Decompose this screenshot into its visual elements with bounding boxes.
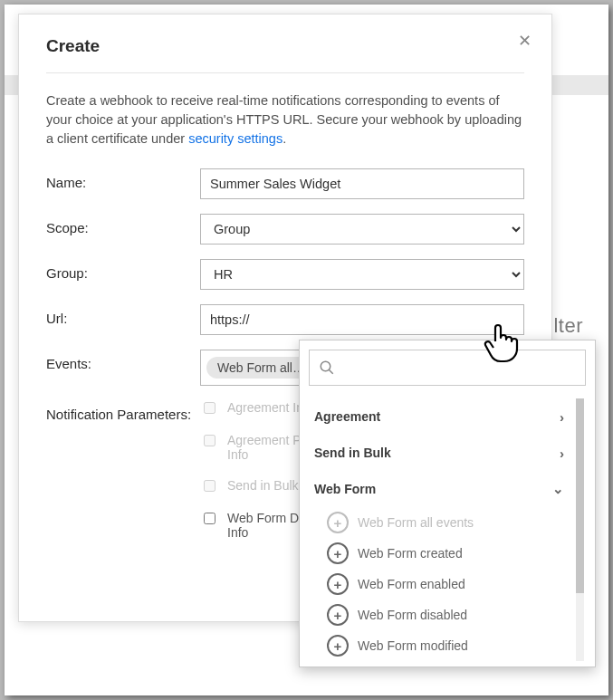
add-icon[interactable]: + xyxy=(327,542,349,564)
url-label: Url: xyxy=(46,304,200,326)
url-input[interactable] xyxy=(200,304,524,335)
event-web-form-modified[interactable]: +Web Form modified xyxy=(309,630,570,661)
events-dropdown: Agreement› Send in Bulk› Web Form⌄ +Web … xyxy=(299,340,596,667)
svg-point-0 xyxy=(321,361,330,371)
intro-text: Create a webhook to receive real-time no… xyxy=(46,91,524,149)
security-settings-link[interactable]: security settings xyxy=(188,131,283,146)
divider xyxy=(46,72,524,73)
scope-select[interactable]: Group xyxy=(200,214,524,245)
chevron-right-icon: › xyxy=(560,446,564,461)
events-search-input[interactable] xyxy=(309,350,586,386)
group-label: Group: xyxy=(46,259,200,281)
param-web-form-doc-checkbox[interactable] xyxy=(204,513,216,524)
chevron-right-icon: › xyxy=(560,409,564,425)
events-label: Events: xyxy=(46,350,200,371)
name-input[interactable] xyxy=(200,168,524,199)
search-icon xyxy=(319,360,335,376)
group-select[interactable]: HR xyxy=(200,259,524,290)
category-agreement[interactable]: Agreement› xyxy=(309,398,570,435)
background-filter-text: ilter xyxy=(549,314,583,338)
modal-title: Create xyxy=(46,36,524,56)
add-icon: + xyxy=(327,512,349,533)
name-label: Name: xyxy=(46,168,200,190)
param-agreement-info-checkbox xyxy=(204,402,216,414)
category-web-form[interactable]: Web Form⌄ xyxy=(309,471,570,507)
event-web-form-disabled[interactable]: +Web Form disabled xyxy=(309,599,570,630)
event-web-form-enabled[interactable]: +Web Form enabled xyxy=(309,569,570,599)
category-send-in-bulk[interactable]: Send in Bulk› xyxy=(309,435,570,471)
scrollbar-thumb[interactable] xyxy=(576,398,584,593)
add-icon[interactable]: + xyxy=(327,635,349,657)
param-send-in-bulk-checkbox xyxy=(204,480,216,492)
params-label: Notification Parameters: xyxy=(46,400,200,422)
scope-label: Scope: xyxy=(46,214,200,235)
chevron-down-icon: ⌄ xyxy=(552,481,564,497)
add-icon[interactable]: + xyxy=(327,604,349,626)
param-agreement-participant-checkbox xyxy=(204,435,216,446)
svg-line-1 xyxy=(329,369,333,374)
add-icon[interactable]: + xyxy=(327,573,349,595)
event-web-form-created[interactable]: +Web Form created xyxy=(309,538,570,569)
event-web-form-all: +Web Form all events xyxy=(309,507,570,538)
close-icon[interactable]: ✕ xyxy=(518,31,532,51)
